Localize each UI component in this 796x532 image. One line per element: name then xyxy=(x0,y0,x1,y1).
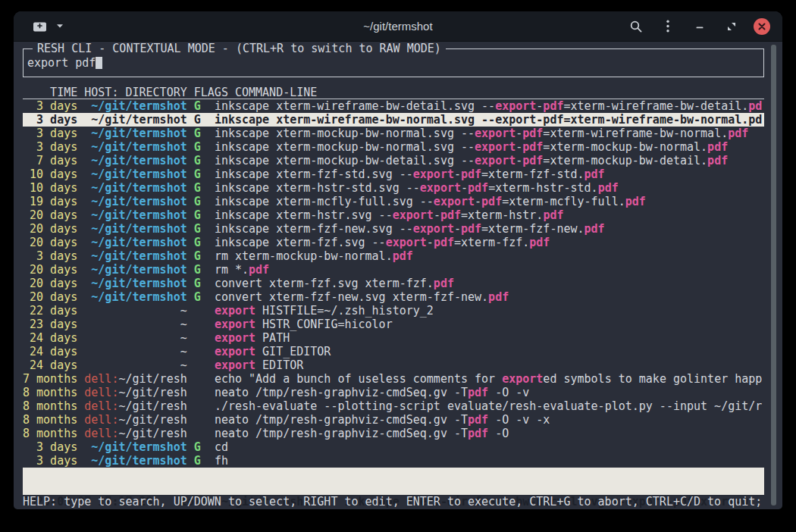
row-command: inkscape xterm-fzf-std.svg --export-pdf=… xyxy=(215,167,605,181)
row-time: 8 months xyxy=(23,399,77,413)
row-command: inkscape xterm-fzf-new.svg --export-pdf=… xyxy=(215,222,605,236)
history-row[interactable]: 22 days ~ export HISTFILE=~/.zsh_history… xyxy=(23,304,764,318)
row-time: 3 days xyxy=(23,127,77,140)
row-host: dell: xyxy=(84,413,118,427)
history-row[interactable]: 3 days ~/git/termshot G inkscape xterm-m… xyxy=(23,140,764,154)
row-time: 8 months xyxy=(23,413,77,427)
search-button[interactable] xyxy=(626,16,646,37)
search-match: export xyxy=(393,208,434,222)
history-row[interactable]: 19 days ~/git/termshot G inkscape xterm-… xyxy=(23,195,764,208)
history-row[interactable]: 8 months dell:~/git/resh ./resh-evaluate… xyxy=(23,399,764,413)
history-row[interactable]: 20 days ~/git/termshot G convert xterm-f… xyxy=(23,290,764,304)
search-query-text: export pdf xyxy=(27,56,96,70)
row-directory: ~/git/resh xyxy=(118,413,186,427)
row-directory: ~ xyxy=(180,345,187,358)
row-directory: ~/git/resh xyxy=(118,427,186,440)
search-match: pdf xyxy=(598,181,619,195)
history-list: 3 days ~/git/termshot G inkscape xterm-w… xyxy=(23,99,764,468)
row-time: 20 days xyxy=(23,263,77,277)
row-command: fh xyxy=(215,454,228,468)
row-git-flag xyxy=(194,331,201,345)
history-row[interactable]: 23 days ~ export HSTR_CONFIG=hicolor xyxy=(23,318,764,331)
search-match: export xyxy=(495,99,536,113)
row-time: 3 days xyxy=(23,249,77,263)
row-time: 24 days xyxy=(23,345,77,358)
row-command: inkscape xterm-wireframe-bw-detail.svg -… xyxy=(215,99,762,113)
search-match: export xyxy=(434,195,475,208)
row-directory: ~/git/resh xyxy=(118,372,186,386)
history-row[interactable]: 24 days ~ export PATH xyxy=(23,331,764,345)
search-match: export xyxy=(475,127,516,140)
row-time: 20 days xyxy=(23,236,77,249)
search-input[interactable]: export pdf xyxy=(27,56,102,70)
history-row-selected[interactable]: 3 days ~/git/termshot G inkscape xterm-w… xyxy=(23,113,764,127)
history-row[interactable]: 20 days ~/git/termshot G rm *.pdf xyxy=(23,263,764,277)
search-match: pdf xyxy=(529,236,550,249)
row-time: 20 days xyxy=(23,290,77,304)
history-row[interactable]: 3 days ~/git/termshot G rm xterm-mockup-… xyxy=(23,249,764,263)
search-match: export xyxy=(475,140,516,154)
history-row[interactable]: 8 months dell:~/git/resh neato /tmp/resh… xyxy=(23,427,764,440)
history-row[interactable]: 3 days ~/git/termshot G fh xyxy=(23,454,764,468)
new-tab-button[interactable] xyxy=(30,16,50,37)
search-match: pdf xyxy=(522,127,543,140)
status-bar: 2020-05-07 17:17:28 tower:~/git/termshot… xyxy=(23,468,764,495)
row-command: echo "Add a bunch of useless comments fo… xyxy=(215,372,762,386)
row-directory: ~/git/termshot xyxy=(91,127,186,140)
search-match: pdf xyxy=(468,427,488,440)
search-match: pdf xyxy=(461,222,481,236)
history-row[interactable]: 3 days ~/git/termshot G cd xyxy=(23,440,764,454)
row-git-flag: G xyxy=(194,290,201,304)
row-directory: ~/git/termshot xyxy=(91,113,186,127)
row-time: 10 days xyxy=(23,181,77,195)
restore-button[interactable] xyxy=(722,16,741,37)
history-row[interactable]: 24 days ~ export EDITOR xyxy=(23,358,764,372)
new-tab-dropdown-button[interactable] xyxy=(50,16,70,37)
history-row[interactable]: 3 days ~/git/termshot G inkscape xterm-w… xyxy=(23,99,764,113)
search-match: pdf xyxy=(543,113,563,127)
history-row[interactable]: 20 days ~/git/termshot G inkscape xterm-… xyxy=(23,208,764,222)
scrollbar[interactable] xyxy=(771,45,776,505)
history-row[interactable]: 3 days ~/git/termshot G inkscape xterm-m… xyxy=(23,127,764,140)
search-match: pd xyxy=(748,113,762,127)
minimize-button[interactable] xyxy=(690,16,710,37)
row-git-flag: G xyxy=(194,140,201,154)
search-match: pdf xyxy=(522,140,543,154)
history-row[interactable]: 8 months dell:~/git/resh neato /tmp/resh… xyxy=(23,386,764,399)
row-command: convert xterm-fzf.svg xterm-fzf.pdf xyxy=(215,277,454,290)
row-time: 3 days xyxy=(23,140,77,154)
history-row[interactable]: 20 days ~/git/termshot G convert xterm-f… xyxy=(23,277,764,290)
search-match: pdf xyxy=(440,208,461,222)
row-command: export GIT_EDITOR xyxy=(215,345,331,358)
row-host: dell: xyxy=(84,372,118,386)
history-row[interactable]: 20 days ~/git/termshot G inkscape xterm-… xyxy=(23,236,764,249)
close-button[interactable] xyxy=(754,18,770,35)
search-match: pdf xyxy=(584,167,605,181)
history-row[interactable]: 10 days ~/git/termshot G inkscape xterm-… xyxy=(23,181,764,195)
history-row[interactable]: 7 days ~/git/termshot G inkscape xterm-m… xyxy=(23,154,764,167)
row-git-flag: G xyxy=(194,195,201,208)
menu-button[interactable] xyxy=(658,16,678,37)
history-row[interactable]: 7 months dell:~/git/resh echo "Add a bun… xyxy=(23,372,764,386)
row-git-flag: G xyxy=(194,222,201,236)
search-match: export xyxy=(215,304,255,318)
history-row[interactable]: 24 days ~ export GIT_EDITOR xyxy=(23,345,764,358)
row-time: 19 days xyxy=(23,195,77,208)
row-time: 24 days xyxy=(23,331,77,345)
search-match: pdf xyxy=(249,263,269,277)
close-icon xyxy=(758,23,766,30)
row-git-flag xyxy=(194,372,201,386)
row-command: inkscape xterm-mockup-bw-normal.svg --ex… xyxy=(215,127,748,140)
row-command: export HISTFILE=~/.zsh_history_2 xyxy=(215,304,434,318)
history-row[interactable]: 20 days ~/git/termshot G inkscape xterm-… xyxy=(23,222,764,236)
row-directory: ~/git/termshot xyxy=(91,263,186,277)
search-match: pdf xyxy=(707,140,728,154)
search-match: export xyxy=(495,113,536,127)
search-match: pdf xyxy=(707,154,728,167)
row-directory: ~/git/resh xyxy=(118,386,186,399)
row-directory: ~/git/termshot xyxy=(91,454,186,468)
row-git-flag: G xyxy=(194,181,201,195)
history-row[interactable]: 8 months dell:~/git/resh neato /tmp/resh… xyxy=(23,413,764,427)
row-git-flag: G xyxy=(194,249,201,263)
history-row[interactable]: 10 days ~/git/termshot G inkscape xterm-… xyxy=(23,167,764,181)
